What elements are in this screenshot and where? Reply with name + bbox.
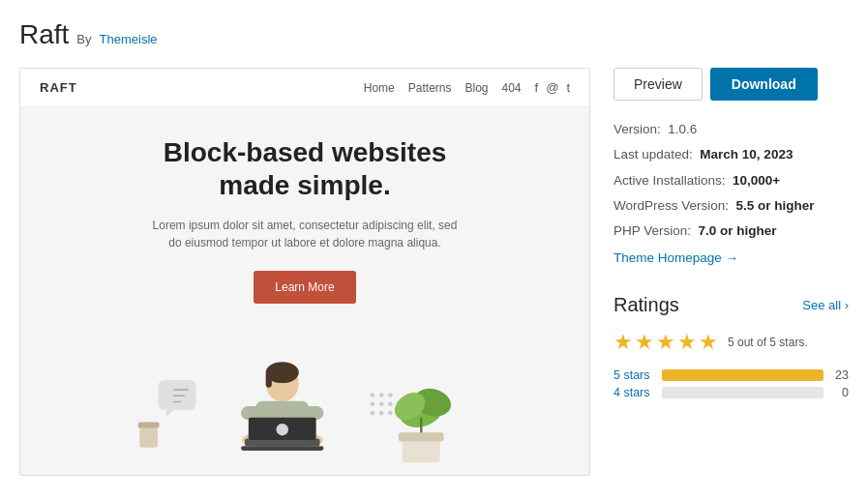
php-version-label: PHP Version:	[614, 223, 691, 238]
rating-bar-track-4	[662, 387, 823, 398]
meta-section: Version: 1.0.6 Last updated: March 10, 2…	[614, 120, 849, 265]
star-3: ★	[656, 330, 675, 355]
wp-version-label: WordPress Version:	[614, 198, 729, 213]
theme-inner: RAFT Home Patterns Blog 404 f @ t	[20, 69, 589, 475]
last-updated-label: Last updated:	[614, 147, 693, 161]
page-header: Raft By Themeisle	[19, 19, 849, 50]
theme-hero: Block-based websitesmade simple. Lorem i…	[20, 107, 589, 475]
theme-homepage-link[interactable]: Theme Homepage →	[614, 250, 738, 265]
rating-bar-fill-5	[662, 369, 823, 381]
main-content: RAFT Home Patterns Blog 404 f @ t	[19, 68, 849, 476]
twitter-icon: t	[566, 80, 570, 95]
svg-point-24	[379, 402, 384, 407]
svg-rect-3	[159, 380, 196, 410]
rating-bar-row-4: 4 stars 0	[614, 386, 849, 399]
version-row: Version: 1.0.6	[614, 120, 849, 139]
svg-point-22	[388, 393, 393, 397]
theme-nav-logo: RAFT	[40, 80, 77, 95]
page-title: Raft	[19, 19, 69, 50]
ratings-title: Ratings	[614, 294, 679, 316]
download-button[interactable]: Download	[710, 68, 818, 101]
svg-point-23	[371, 402, 375, 407]
rating-bar-count-5: 23	[831, 368, 849, 382]
rating-bar-label-4[interactable]: 4 stars	[614, 386, 654, 399]
illustration-svg	[117, 333, 493, 475]
rating-bar-count-4: 0	[831, 386, 849, 399]
svg-rect-0	[139, 426, 158, 448]
stars-label: 5 out of 5 stars.	[728, 336, 808, 349]
theme-learn-more-button[interactable]: Learn More	[254, 271, 355, 304]
active-installs-row: Active Installations: 10,000+	[614, 171, 849, 191]
star-4: ★	[677, 330, 697, 355]
svg-marker-7	[165, 410, 173, 418]
author-link[interactable]: Themeisle	[100, 32, 158, 46]
svg-point-27	[379, 411, 384, 416]
rating-bar-row-5: 5 stars 23	[614, 368, 849, 382]
action-buttons: Preview Download	[614, 68, 849, 101]
php-version-value: 7.0 or higher	[699, 223, 777, 238]
svg-point-2	[138, 423, 160, 428]
last-updated-value: March 10, 2023	[700, 147, 793, 161]
theme-nav-icons: f @ t	[535, 80, 570, 95]
svg-rect-17	[241, 446, 323, 451]
see-all-link[interactable]: See all ›	[802, 298, 849, 312]
rating-bar-label-5[interactable]: 5 stars	[614, 368, 654, 382]
svg-point-25	[388, 402, 393, 407]
last-updated-row: Last updated: March 10, 2023	[614, 145, 849, 164]
right-panel: Preview Download Version: 1.0.6 Last upd…	[614, 68, 849, 403]
version-value: 1.0.6	[668, 122, 697, 136]
svg-point-28	[388, 411, 393, 416]
nav-link-home: Home	[364, 81, 395, 95]
svg-point-20	[371, 393, 375, 397]
wp-version-row: WordPress Version: 5.5 or higher	[614, 196, 849, 216]
svg-rect-30	[399, 432, 444, 441]
php-version-row: PHP Version: 7.0 or higher	[614, 221, 849, 241]
theme-nav: RAFT Home Patterns Blog 404 f @ t	[20, 69, 589, 107]
active-installs-label: Active Installations:	[614, 173, 726, 188]
rating-bar-track-5	[662, 369, 823, 381]
theme-screenshot: RAFT Home Patterns Blog 404 f @ t	[20, 69, 589, 475]
nav-link-patterns: Patterns	[408, 81, 452, 95]
instagram-icon: @	[546, 80, 558, 95]
ratings-header: Ratings See all ›	[614, 294, 849, 316]
theme-hero-subtitle: Lorem ipsum dolor sit amet, consectetur …	[150, 217, 460, 251]
star-5: ★	[699, 330, 718, 355]
svg-point-21	[379, 393, 384, 397]
theme-hero-title: Block-based websitesmade simple.	[164, 136, 447, 201]
preview-button[interactable]: Preview	[614, 68, 703, 101]
svg-point-19	[277, 424, 288, 435]
theme-preview-container: RAFT Home Patterns Blog 404 f @ t	[19, 68, 590, 476]
svg-rect-10	[266, 372, 272, 388]
nav-link-404: 404	[502, 81, 522, 95]
star-1: ★	[614, 330, 633, 355]
by-label: By	[76, 32, 91, 46]
theme-illustration	[78, 333, 531, 475]
nav-link-blog: Blog	[464, 81, 488, 95]
active-installs-value: 10,000+	[733, 173, 780, 188]
stars-row: ★ ★ ★ ★ ★	[614, 330, 718, 355]
ratings-section: Ratings See all › ★ ★ ★ ★ ★ 5 out of 5 s…	[614, 294, 849, 403]
version-label: Version:	[614, 122, 661, 136]
star-2: ★	[635, 330, 654, 355]
theme-nav-links: Home Patterns Blog 404 f @ t	[364, 80, 570, 95]
wp-version-value: 5.5 or higher	[736, 198, 815, 213]
svg-point-26	[371, 411, 375, 416]
facebook-icon: f	[535, 80, 539, 95]
stars-summary: ★ ★ ★ ★ ★ 5 out of 5 stars.	[614, 330, 849, 355]
